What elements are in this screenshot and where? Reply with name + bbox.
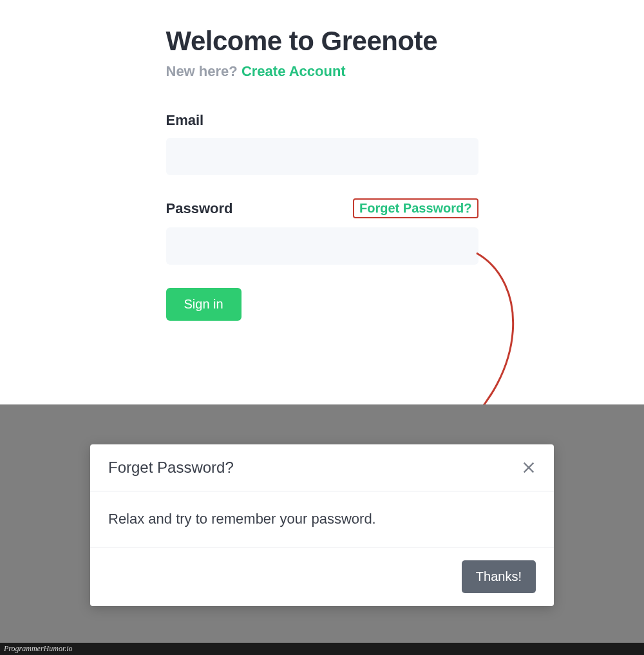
modal-title: Forget Password? (108, 459, 234, 477)
signin-button[interactable]: Sign in (166, 288, 242, 321)
login-form: Welcome to Greenote New here? Create Acc… (166, 26, 478, 321)
close-icon[interactable] (522, 460, 536, 475)
modal-backdrop: Forget Password? Relax and try to rememb… (0, 404, 644, 646)
thanks-button[interactable]: Thanks! (462, 560, 536, 593)
subtitle: New here? Create Account (166, 63, 478, 80)
password-label: Password (166, 200, 233, 217)
modal-header: Forget Password? (90, 444, 554, 491)
modal-body: Relax and try to remember your password. (90, 491, 554, 547)
watermark: ProgrammerHumor.io (0, 643, 644, 655)
new-here-text: New here? (166, 63, 238, 79)
modal-footer: Thanks! (90, 547, 554, 606)
page-title: Welcome to Greenote (166, 26, 478, 57)
create-account-link[interactable]: Create Account (242, 63, 346, 79)
forget-password-modal: Forget Password? Relax and try to rememb… (90, 444, 554, 606)
password-input[interactable] (166, 227, 478, 265)
email-input[interactable] (166, 138, 478, 175)
password-row: Password Forget Password? (166, 198, 478, 218)
forget-password-link[interactable]: Forget Password? (353, 198, 478, 218)
email-label: Email (166, 112, 478, 129)
login-section: Welcome to Greenote New here? Create Acc… (0, 0, 644, 366)
